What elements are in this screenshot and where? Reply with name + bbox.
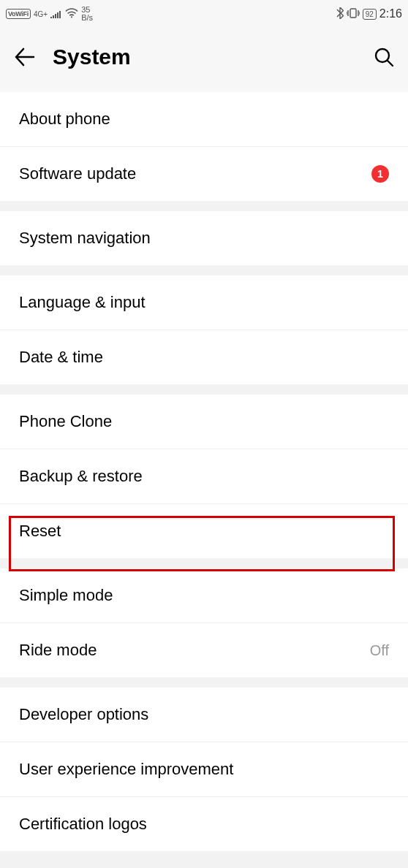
notification-badge: 1 xyxy=(371,165,389,183)
signal-bars-icon xyxy=(50,9,62,18)
bluetooth-icon xyxy=(336,7,344,21)
battery-percent: 92 xyxy=(366,10,374,18)
clock-label: 2:16 xyxy=(379,7,402,20)
item-label: Software update xyxy=(19,164,136,183)
status-bar: VoWiFi 4G+ 35 B/s 92 2:16 xyxy=(0,0,408,28)
settings-group: About phoneSoftware update1 xyxy=(0,92,408,201)
item-label: Backup & restore xyxy=(19,467,143,486)
item-label: Simple mode xyxy=(19,586,113,605)
item-label: Developer options xyxy=(19,705,148,724)
network-speed: 35 B/s xyxy=(81,6,93,22)
item-label: Ride mode xyxy=(19,641,97,660)
item-backup-restore[interactable]: Backup & restore xyxy=(0,449,408,503)
item-value: Off xyxy=(370,642,389,659)
settings-group: System navigation xyxy=(0,211,408,265)
item-software-update[interactable]: Software update1 xyxy=(0,146,408,201)
item-label: System navigation xyxy=(19,229,151,248)
network-type-label: 4G+ xyxy=(34,11,48,18)
app-header: System xyxy=(0,28,408,92)
group-separator xyxy=(0,677,408,688)
item-phone-clone[interactable]: Phone Clone xyxy=(0,395,408,449)
speed-unit: B/s xyxy=(81,14,93,22)
item-label: Date & time xyxy=(19,348,103,367)
item-developer-options[interactable]: Developer options xyxy=(0,688,408,742)
settings-group: Simple modeRide modeOff xyxy=(0,568,408,677)
item-about-phone[interactable]: About phone xyxy=(0,92,408,146)
item-certification-logos[interactable]: Certification logos xyxy=(0,796,408,851)
item-simple-mode[interactable]: Simple mode xyxy=(0,568,408,623)
vowifi-icon: VoWiFi xyxy=(6,9,31,19)
search-icon xyxy=(374,47,394,67)
settings-group: Developer optionsUser experience improve… xyxy=(0,688,408,851)
back-button[interactable] xyxy=(13,42,42,72)
svg-rect-1 xyxy=(350,9,356,18)
item-label: About phone xyxy=(19,110,110,129)
status-right: 92 2:16 xyxy=(336,7,402,21)
svg-point-0 xyxy=(71,16,72,18)
page-title: System xyxy=(53,45,373,69)
item-language-input[interactable]: Language & input xyxy=(0,275,408,330)
settings-group: Phone CloneBackup & restoreReset xyxy=(0,395,408,558)
item-ride-mode[interactable]: Ride modeOff xyxy=(0,623,408,677)
item-right: 1 xyxy=(371,165,389,183)
status-left: VoWiFi 4G+ 35 B/s xyxy=(6,6,93,22)
item-label: Phone Clone xyxy=(19,412,112,431)
settings-list: About phoneSoftware update1System naviga… xyxy=(0,92,408,851)
group-separator xyxy=(0,201,408,211)
settings-group: Language & inputDate & time xyxy=(0,275,408,384)
battery-icon: 92 xyxy=(363,9,377,20)
item-right: Off xyxy=(370,642,389,659)
wifi-icon xyxy=(65,8,78,20)
arrow-left-icon xyxy=(13,46,35,68)
group-separator xyxy=(0,558,408,568)
vibrate-icon xyxy=(347,8,360,20)
item-user-experience[interactable]: User experience improvement xyxy=(0,742,408,796)
item-date-time[interactable]: Date & time xyxy=(0,330,408,384)
item-label: Language & input xyxy=(19,293,146,312)
group-separator xyxy=(0,384,408,395)
search-button[interactable] xyxy=(373,46,395,68)
item-label: Certification logos xyxy=(19,815,147,834)
item-label: User experience improvement xyxy=(19,760,233,779)
item-label: Reset xyxy=(19,522,61,541)
item-system-navigation[interactable]: System navigation xyxy=(0,211,408,265)
item-reset[interactable]: Reset xyxy=(0,503,408,558)
group-separator xyxy=(0,265,408,275)
